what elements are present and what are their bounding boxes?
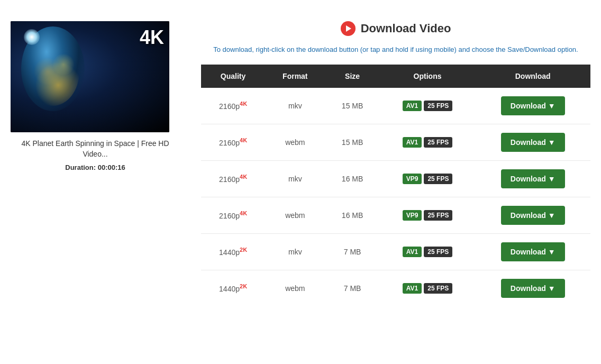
left-panel: 4K 4K Planet Earth Spinning in Space | F… — [11, 21, 180, 306]
options-cell: AV1 25 FPS — [380, 124, 476, 160]
table-row: 2160p4K mkv 16 MB VP9 25 FPS Download ▼ — [201, 160, 590, 197]
download-cell: Download ▼ — [475, 197, 590, 233]
video-thumbnail: 4K — [11, 21, 169, 132]
table-row: 2160p4K webm 15 MB AV1 25 FPS Download ▼ — [201, 124, 590, 160]
codec-badge: VP9 — [403, 210, 422, 221]
earth-lights — [26, 37, 79, 106]
size-cell: 16 MB — [325, 160, 379, 197]
table-header-row: Quality Format Size Options Download — [201, 65, 590, 88]
video-duration: Duration: 00:00:16 — [11, 163, 180, 171]
table-row: 1440p2K mkv 7 MB AV1 25 FPS Download ▼ — [201, 233, 590, 270]
format-cell: mkv — [265, 233, 325, 270]
right-panel: Download Video To download, right-click … — [201, 21, 590, 306]
size-cell: 7 MB — [325, 233, 379, 270]
download-button-5[interactable]: Download ▼ — [501, 279, 565, 298]
fps-badge: 25 FPS — [424, 283, 452, 294]
col-quality: Quality — [201, 65, 265, 88]
table-row: 2160p4K mkv 15 MB AV1 25 FPS Download ▼ — [201, 88, 590, 124]
quality-cell: 2160p4K — [201, 197, 265, 233]
codec-badge: AV1 — [403, 101, 422, 111]
options-cell: VP9 25 FPS — [380, 160, 476, 197]
fps-badge: 25 FPS — [424, 174, 452, 184]
fps-badge: 25 FPS — [424, 247, 452, 257]
codec-badge: AV1 — [403, 137, 422, 148]
fps-badge: 25 FPS — [424, 210, 452, 221]
size-cell: 15 MB — [325, 124, 379, 160]
sun-glow — [24, 29, 40, 45]
download-cell: Download ▼ — [475, 88, 590, 124]
instruction-text: To download, right-click on the download… — [201, 44, 590, 55]
quality-cell: 2160p4K — [201, 124, 265, 160]
download-button-1[interactable]: Download ▼ — [501, 133, 565, 152]
quality-cell: 2160p4K — [201, 160, 265, 197]
download-button-2[interactable]: Download ▼ — [501, 169, 565, 188]
options-cell: AV1 25 FPS — [380, 88, 476, 124]
format-cell: mkv — [265, 160, 325, 197]
format-cell: webm — [265, 197, 325, 233]
codec-badge: AV1 — [403, 247, 422, 257]
codec-badge: VP9 — [403, 174, 422, 184]
download-cell: Download ▼ — [475, 160, 590, 197]
col-download: Download — [475, 65, 590, 88]
col-options: Options — [380, 65, 476, 88]
download-cell: Download ▼ — [475, 124, 590, 160]
section-title-text: Download Video — [361, 22, 451, 35]
duration-value: 00:00:16 — [98, 163, 125, 171]
codec-badge: AV1 — [403, 283, 422, 294]
col-format: Format — [265, 65, 325, 88]
play-icon — [341, 21, 356, 36]
download-table: Quality Format Size Options Download 216… — [201, 65, 590, 306]
format-cell: webm — [265, 270, 325, 306]
table-row: 2160p4K webm 16 MB VP9 25 FPS Download ▼ — [201, 197, 590, 233]
size-cell: 15 MB — [325, 88, 379, 124]
format-cell: mkv — [265, 88, 325, 124]
download-button-0[interactable]: Download ▼ — [501, 96, 565, 115]
options-cell: AV1 25 FPS — [380, 270, 476, 306]
video-title: 4K Planet Earth Spinning in Space | Free… — [11, 139, 180, 159]
quality-cell: 1440p2K — [201, 270, 265, 306]
download-cell: Download ▼ — [475, 233, 590, 270]
quality-cell: 2160p4K — [201, 88, 265, 124]
col-size: Size — [325, 65, 379, 88]
download-cell: Download ▼ — [475, 270, 590, 306]
duration-label: Duration: — [65, 163, 96, 171]
format-cell: webm — [265, 124, 325, 160]
badge-4k: 4K — [140, 26, 164, 49]
size-cell: 16 MB — [325, 197, 379, 233]
size-cell: 7 MB — [325, 270, 379, 306]
options-cell: AV1 25 FPS — [380, 233, 476, 270]
section-title-container: Download Video — [201, 21, 590, 36]
table-row: 1440p2K webm 7 MB AV1 25 FPS Download ▼ — [201, 270, 590, 306]
options-cell: VP9 25 FPS — [380, 197, 476, 233]
download-button-4[interactable]: Download ▼ — [501, 242, 565, 261]
fps-badge: 25 FPS — [424, 137, 452, 148]
quality-cell: 1440p2K — [201, 233, 265, 270]
download-button-3[interactable]: Download ▼ — [501, 206, 565, 225]
fps-badge: 25 FPS — [424, 101, 452, 111]
